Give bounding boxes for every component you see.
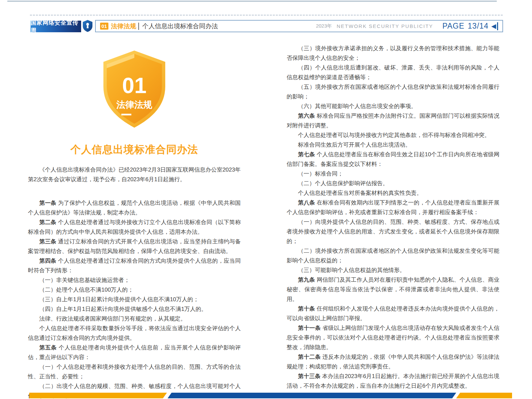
law-paragraph: 第十一条 省级以上网信部门发现个人信息出境活动存在较大风险或者发生个人信息安全事…	[287, 323, 499, 352]
law-paragraph: 第十三条 本办法自2023年6月1日起施行。本办法施行前已经开展的个人信息出境活…	[287, 371, 499, 391]
page-number: 13/14	[468, 22, 489, 31]
left-article-body: 第一条 为了保护个人信息权益，规范个人信息出境活动，根据《中华人民共和国个人信息…	[28, 198, 241, 399]
chapter-label: 法律法规	[111, 22, 136, 31]
law-paragraph: （六）其他可能影响个人信息出境安全的事项。	[287, 101, 499, 111]
article-number: 第十条	[298, 306, 315, 312]
law-paragraph: 第七条 个人信息处理者应当在标准合同生效之日起10个工作日内向所在地省级网信部门…	[287, 150, 499, 169]
shield-number: 01	[122, 73, 146, 98]
law-paragraph: （一）个人信息处理者和境外接收方处理个人信息的目的、范围、方式等的合法性、正当性…	[28, 362, 241, 381]
law-paragraph: （二）个人信息保护影响评估报告。	[287, 179, 499, 188]
left-column: 01 法律法规 个人信息出境标准合同办法 《个人信息出境标准合同办法》已经202…	[28, 47, 241, 399]
article-number: 第四条	[39, 258, 57, 264]
law-paragraph: 第九条 网信部门及其工作人员对在履行职责中知悉的个人隐私、个人信息、商业秘密、保…	[287, 275, 499, 304]
footer-bar-blue	[168, 393, 456, 398]
law-paragraph: （三）境外接收方承诺承担的义务，以及履行义务的管理和技术措施、能力等能否保障出境…	[287, 44, 499, 63]
law-paragraph: （四）个人信息出境后遭到篡改、破坏、泄露、丢失、非法利用等的风险，个人信息权益维…	[287, 63, 499, 82]
page-indicator: PAGE 13/14 ◀	[443, 22, 498, 31]
article-number: 第三条	[39, 238, 57, 245]
law-paragraph: （一）标准合同；	[287, 169, 499, 179]
article-intro: 《个人信息出境标准合同办法》已经2023年2月3日国家互联网信息办公室2023年…	[28, 165, 241, 184]
chapter-shield-badge: 01 法律法规	[101, 49, 168, 129]
brand-badge-label: 国家网络安全宣传周	[31, 19, 81, 34]
law-paragraph: （四）自上年1月1日起累计向境外提供敏感个人信息不满1万人的。	[28, 304, 241, 314]
law-paragraph: 第四条 个人信息处理者通过订立标准合同的方式向境外提供个人信息的，应当同时符合下…	[28, 256, 241, 275]
shield-label: 法律法规	[116, 100, 152, 110]
law-paragraph: （三）自上年1月1日起累计向境外提供个人信息不满10万人的；	[28, 295, 241, 304]
document-page: 国家网络安全宣传周 01 法律法规 个人信息出境标准合同办法 2023年 NET…	[0, 0, 532, 399]
page-word: PAGE	[443, 22, 465, 31]
article-number: 第一条	[39, 200, 57, 206]
article-number: 第五条	[39, 344, 57, 351]
article-title: 个人信息出境标准合同办法	[28, 144, 241, 156]
article-number: 第十二条	[298, 354, 321, 360]
law-paragraph: 第五条 个人信息处理者向境外提供个人信息前，应当开展个人信息保护影响评估，重点评…	[28, 343, 241, 362]
dashed-rule	[30, 15, 503, 16]
law-paragraph: 第一条 为了保护个人信息权益，规范个人信息出境活动，根据《中华人民共和国个人信息…	[28, 198, 241, 217]
article-number: 第十三条	[298, 373, 321, 379]
law-paragraph: （三）可能影响个人信息权益的其他情形。	[287, 265, 499, 275]
article-number: 第九条	[298, 277, 315, 283]
article-number: 第六条	[298, 113, 315, 119]
article-number: 第八条	[298, 200, 315, 206]
law-paragraph: （二）处理个人信息不满100万人的；	[28, 285, 241, 295]
article-number: 第二条	[39, 219, 57, 225]
law-paragraph: （一）向境外提供个人信息的目的、范围、种类、敏感程度、方式、保存地点或者境外接收…	[287, 217, 499, 246]
right-column: （三）境外接收方承诺承担的义务，以及履行义务的管理和技术措施、能力等能否保障出境…	[287, 44, 499, 391]
law-paragraph: （五）境外接收方所在国家或者地区的个人信息保护政策和法规对标准合同履行的影响；	[287, 82, 499, 101]
law-paragraph: 第二条 个人信息处理者通过与境外接收方订立个人信息出境标准合同（以下简称标准合同…	[28, 217, 241, 237]
law-paragraph: 第十二条 违反本办法规定的，依据《中华人民共和国个人信息保护法》等法律法规处理；…	[287, 352, 499, 371]
page-back-icon[interactable]: ◀	[491, 22, 498, 30]
footer-bar-orange-right	[456, 393, 512, 398]
lock-shield-icon	[82, 20, 93, 32]
law-paragraph: 个人信息处理者应当对所备案材料的真实性负责。	[287, 188, 499, 198]
law-paragraph: 个人信息处理者不得采取数量拆分等手段，将依法应当通过出境安全评估的个人信息通过订…	[28, 324, 241, 343]
law-paragraph: 法律、行政法规或者国家网信部门另有规定的，从其规定。	[28, 314, 241, 324]
header-title-bar: 01 法律法规 个人信息出境标准合同办法 2023年 NETWORK SECUR…	[95, 20, 503, 32]
chapter-number-chip: 01	[100, 23, 108, 30]
brand-badge: 国家网络安全宣传周	[31, 21, 81, 32]
header-year: 2023年	[316, 23, 332, 29]
law-paragraph: 第三条 通过订立标准合同的方式开展个人信息出境活动，应当坚持自主缔约与备案管理相…	[28, 237, 241, 256]
law-paragraph: 第十条 任何组织和个人发现个人信息处理者违反本办法向境外提供个人信息的，可以向省…	[287, 304, 499, 323]
law-paragraph: 个人信息处理者可以与境外接收方约定其他条款，但不得与标准合同相冲突。	[287, 130, 499, 140]
header-doc-title: 个人信息出境标准合同办法	[142, 22, 218, 31]
article-number: 第七条	[298, 151, 315, 158]
article-number: 第十一条	[298, 325, 321, 331]
top-rule	[7, 1, 497, 2]
law-paragraph: 第八条 在标准合同有效期内出现下列情形之一的，个人信息处理者应当重新开展个人信息…	[287, 198, 499, 217]
shield-dash	[121, 114, 131, 115]
law-paragraph: 第六条 标准合同应当严格按照本办法附件订立。国家网信部门可以根据实际情况对附件进…	[287, 111, 499, 130]
law-paragraph: 标准合同生效后方可开展个人信息出境活动。	[287, 140, 499, 150]
header-slogan: NETWORK SECURITY PUBLICITY	[337, 23, 433, 29]
law-paragraph: （二）境外接收方所在国家或者地区的个人信息保护政策和法规发生变化等可能影响个人信…	[287, 246, 499, 265]
law-paragraph: （一）非关键信息基础设施运营者；	[28, 275, 241, 285]
footer-bar-orange-left	[29, 393, 167, 398]
header-divider	[138, 23, 139, 30]
